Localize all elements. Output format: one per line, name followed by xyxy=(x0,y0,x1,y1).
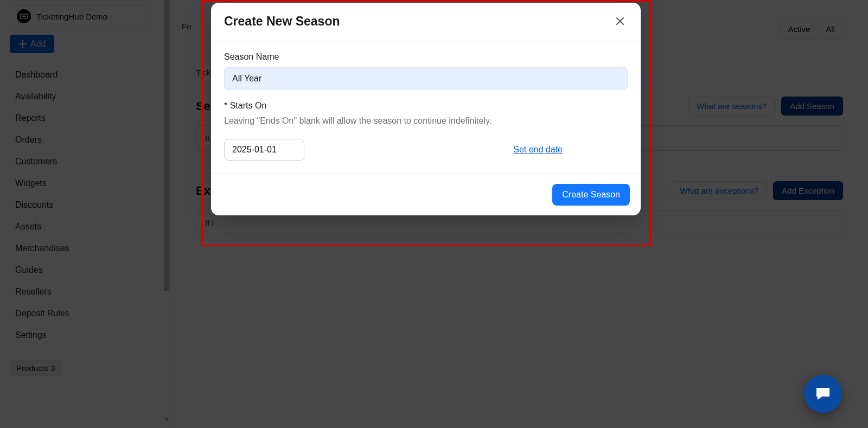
create-season-submit-button[interactable]: Create Season xyxy=(552,184,630,206)
sidebar-item-label: Settings xyxy=(15,330,47,340)
close-icon xyxy=(615,16,626,27)
sidebar-item-discounts[interactable]: Discounts xyxy=(10,194,161,216)
sidebar-item-label: Assets xyxy=(15,222,41,231)
create-season-modal: Create New Season Season Name * Starts O… xyxy=(211,3,641,215)
sidebar-item-label: Deposit Rules xyxy=(15,309,69,318)
svg-rect-1 xyxy=(22,16,26,17)
sidebar-item-label: Resellers xyxy=(15,287,52,296)
season-name-input[interactable] xyxy=(224,67,628,90)
season-name-label: Season Name xyxy=(224,52,628,62)
sidebar-item-widgets[interactable]: Widgets xyxy=(10,173,161,194)
sidebar-nav: Dashboard Availability Reports Orders Cu… xyxy=(10,64,161,346)
sidebar-item-dashboard[interactable]: Dashboard xyxy=(10,64,161,86)
sidebar-scrollbar-track[interactable] xyxy=(164,0,169,291)
sidebar-item-guides[interactable]: Guides xyxy=(10,259,161,281)
sidebar-item-assets[interactable]: Assets xyxy=(10,216,161,238)
org-selector[interactable]: TicketingHub Demo xyxy=(10,5,149,27)
org-name: TicketingHub Demo xyxy=(36,12,107,21)
modal-title: Create New Season xyxy=(224,14,340,29)
seasons-help-link[interactable]: What are seasons? xyxy=(688,97,775,116)
modal-close-button[interactable] xyxy=(612,14,628,29)
sidebar-item-label: Dashboard xyxy=(15,70,58,79)
toggle-active[interactable]: Active xyxy=(780,20,818,38)
exceptions-help-link[interactable]: What are exceptions? xyxy=(672,181,767,200)
add-button-label: Add xyxy=(30,39,46,49)
sidebar-item-label: Discounts xyxy=(15,200,53,209)
starts-on-label: * Starts On xyxy=(224,101,628,111)
sidebar-item-label: Merchandises xyxy=(15,244,69,253)
sidebar-item-settings[interactable]: Settings xyxy=(10,324,161,346)
sidebar-item-availability[interactable]: Availability xyxy=(10,86,161,107)
toggle-all[interactable]: All xyxy=(818,20,843,38)
set-end-date-link[interactable]: Set end date xyxy=(513,145,563,155)
sidebar-item-resellers[interactable]: Resellers xyxy=(10,281,161,303)
chat-icon xyxy=(814,385,832,403)
sidebar-item-merchandises[interactable]: Merchandises xyxy=(10,238,161,259)
products-count-chip[interactable]: Products 3 xyxy=(10,360,62,376)
add-button[interactable]: Add xyxy=(10,35,54,53)
sidebar-item-label: Guides xyxy=(15,265,43,274)
sidebar-item-reports[interactable]: Reports xyxy=(10,107,161,129)
sidebar-item-label: Availability xyxy=(15,92,56,101)
sidebar-item-label: Orders xyxy=(15,135,42,144)
partial-text: Fo xyxy=(182,22,192,31)
sidebar-item-label: Reports xyxy=(15,113,46,123)
chat-fab-button[interactable] xyxy=(804,375,842,413)
ends-on-helper-text: Leaving "Ends On" blank will allow the s… xyxy=(224,116,628,126)
sidebar-item-orders[interactable]: Orders xyxy=(10,129,161,151)
status-toggle: Active All xyxy=(780,20,843,39)
org-logo-icon xyxy=(17,9,31,23)
sidebar-item-label: Widgets xyxy=(15,178,47,188)
add-exception-button[interactable]: Add Exception xyxy=(773,181,843,200)
start-date-input[interactable] xyxy=(224,139,304,161)
sidebar-item-label: Customers xyxy=(15,157,57,166)
sidebar-item-customers[interactable]: Customers xyxy=(10,151,161,173)
sidebar-item-deposit-rules[interactable]: Deposit Rules xyxy=(10,303,161,324)
sidebar-scrollbar-thumb[interactable] xyxy=(164,0,169,291)
sidebar: ▲ ▼ TicketingHub Demo Add Dashboard Avai… xyxy=(0,0,171,428)
plus-icon xyxy=(18,40,27,48)
scroll-down-icon[interactable]: ▼ xyxy=(164,415,169,423)
add-season-button[interactable]: Add Season xyxy=(781,97,843,116)
